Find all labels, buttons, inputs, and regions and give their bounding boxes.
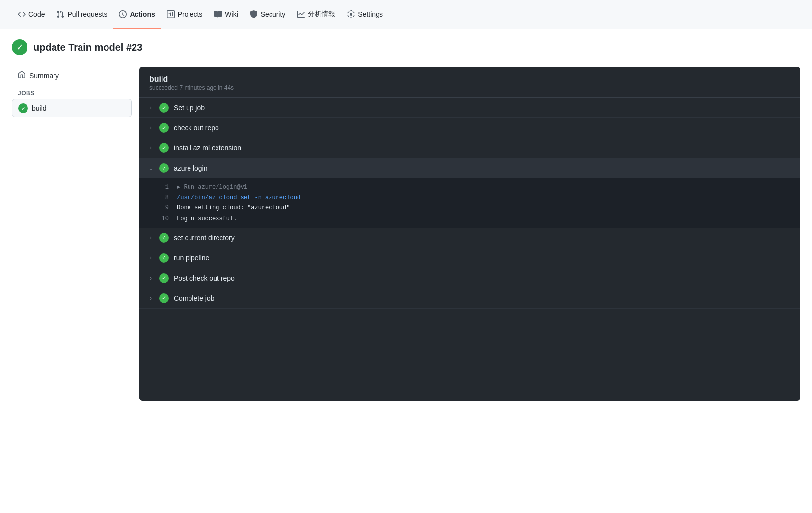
log-line-text: Done setting cloud: "azurecloud" [177,203,290,213]
log-line-num: 9 [159,203,169,213]
sidebar-job-name: build [32,104,47,112]
step-name-run-pipeline: run pipeline [174,254,209,262]
nav-label-pr: Pull requests [67,10,107,18]
nav-label-settings: Settings [358,10,383,18]
page-title-rest: Train model #23 [68,42,142,53]
nav-item-analytics[interactable]: 分析情報 [291,0,341,29]
nav-item-wiki[interactable]: Wiki [208,0,244,29]
step-name-check-out-repo: check out repo [174,124,219,132]
job-status-icon: ✓ [18,103,28,113]
log-line-text: /usr/bin/az cloud set -n azurecloud [177,193,300,202]
log-line-num: 10 [159,214,169,224]
nav-item-security[interactable]: Security [244,0,292,29]
nav-item-pull-requests[interactable]: Pull requests [51,0,113,29]
log-content-azure-login: 1 ▶ Run azure/login@v1 8 /usr/bin/az clo… [139,178,800,228]
page-title-bold: update [33,42,66,53]
nav-item-code[interactable]: Code [12,0,51,29]
chevron-right-icon: › [147,144,154,151]
code-icon [18,10,26,18]
nav-label-security: Security [261,10,286,18]
chevron-right-icon: › [147,295,154,302]
main-layout: Summary Jobs ✓ build build succeeded 7 m… [12,67,800,401]
nav-label-projects: Projects [178,10,203,18]
page-title-row: ✓ update Train model #23 [12,39,800,55]
step-run-pipeline[interactable]: › ✓ run pipeline [139,248,800,268]
sidebar-job-build[interactable]: ✓ build [12,99,132,117]
step-check-out-repo[interactable]: › ✓ check out repo [139,118,800,138]
log-line-num: 8 [159,193,169,202]
nav-label-code: Code [28,10,45,18]
step-status-icon: ✓ [159,143,169,153]
sidebar-summary[interactable]: Summary [12,67,132,84]
step-status-icon: ✓ [159,123,169,133]
step-name-azure-login: azure login [174,164,208,172]
step-name-set-current-directory: set current directory [174,234,235,242]
job-panel: build succeeded 7 minutes ago in 44s › ✓… [139,67,800,401]
nav-item-projects[interactable]: Projects [161,0,209,29]
nav-label-analytics: 分析情報 [308,10,335,19]
sidebar-jobs-label: Jobs [12,86,132,99]
step-set-current-directory[interactable]: › ✓ set current directory [139,228,800,248]
nav-item-actions[interactable]: Actions [113,0,161,29]
nav-label-wiki: Wiki [225,10,238,18]
chevron-right-icon: › [147,275,154,282]
home-icon [18,71,26,80]
log-line-text: Login successful. [177,214,237,224]
nav-label-actions: Actions [130,10,155,18]
chevron-right-icon: › [147,104,154,111]
step-set-up-job[interactable]: › ✓ Set up job [139,98,800,118]
step-status-icon: ✓ [159,103,169,113]
page-content: ✓ update Train model #23 Summary Jobs ✓ … [0,29,812,411]
step-post-check-out-repo[interactable]: › ✓ Post check out repo [139,268,800,288]
sidebar: Summary Jobs ✓ build [12,67,139,117]
step-status-icon: ✓ [159,293,169,303]
step-name-set-up-job: Set up job [174,104,205,112]
sidebar-summary-label: Summary [29,72,59,80]
step-status-icon: ✓ [159,253,169,263]
log-line: 1 ▶ Run azure/login@v1 [159,182,790,193]
job-panel-header: build succeeded 7 minutes ago in 44s [139,67,800,98]
step-status-icon: ✓ [159,163,169,173]
step-status-icon: ✓ [159,233,169,243]
step-complete-job[interactable]: › ✓ Complete job [139,288,800,309]
chevron-down-icon: ⌄ [147,165,154,171]
page-title: update Train model #23 [33,42,142,53]
log-line: 8 /usr/bin/az cloud set -n azurecloud [159,193,790,203]
job-panel-title: build [149,75,790,84]
job-panel-subtitle: succeeded 7 minutes ago in 44s [149,85,790,91]
analytics-icon [297,10,305,18]
projects-icon [167,10,175,18]
settings-icon [347,10,355,18]
step-install-az-ml[interactable]: › ✓ install az ml extension [139,138,800,158]
chevron-right-icon: › [147,234,154,241]
actions-icon [119,10,127,18]
top-nav: Code Pull requests Actions Projects Wiki… [0,0,812,29]
wiki-icon [214,10,222,18]
step-name-complete-job: Complete job [174,294,215,302]
chevron-right-icon: › [147,124,154,131]
run-status-icon: ✓ [12,39,27,55]
nav-item-settings[interactable]: Settings [341,0,389,29]
log-line-text: ▶ Run azure/login@v1 [177,183,247,192]
step-name-post-check-out-repo: Post check out repo [174,274,235,282]
security-icon [250,10,258,18]
step-status-icon: ✓ [159,273,169,283]
pr-icon [56,10,64,18]
step-name-install-az-ml: install az ml extension [174,144,241,152]
log-line: 9 Done setting cloud: "azurecloud" [159,203,790,213]
step-azure-login[interactable]: ⌄ ✓ azure login [139,158,800,178]
chevron-right-icon: › [147,255,154,261]
log-line: 10 Login successful. [159,214,790,224]
log-line-num: 1 [159,183,169,192]
